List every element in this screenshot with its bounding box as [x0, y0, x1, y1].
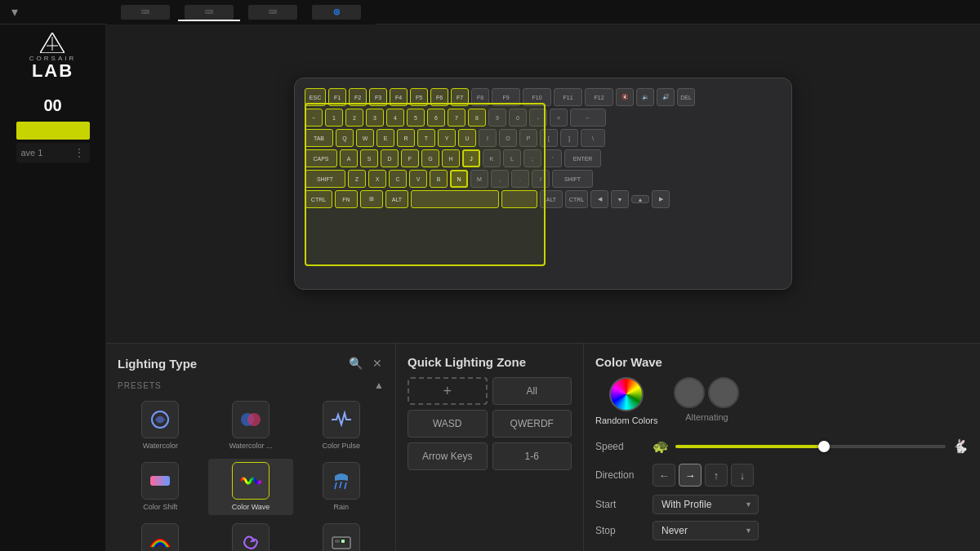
key-f10[interactable]: F10	[523, 88, 551, 106]
key-4[interactable]: 4	[386, 109, 404, 127]
key-space[interactable]	[411, 190, 499, 208]
speed-slider-thumb[interactable]	[818, 441, 830, 452]
key-m[interactable]: M	[470, 170, 488, 188]
start-dropdown[interactable]: With Profile Never Always	[653, 495, 759, 514]
key-f9[interactable]: F9	[492, 88, 520, 106]
key-semicolon[interactable]: ;	[523, 149, 541, 167]
color-option-alternating[interactable]: Alternating	[674, 377, 739, 425]
key-f12[interactable]: F12	[585, 88, 613, 106]
key-p[interactable]: P	[519, 129, 537, 147]
key-f5[interactable]: F5	[410, 88, 428, 106]
key-f3[interactable]: F3	[369, 88, 387, 106]
key-alt-r[interactable]: ALT	[540, 190, 563, 208]
key-a[interactable]: A	[340, 149, 358, 167]
key-v[interactable]: V	[409, 170, 427, 188]
speed-slider-track[interactable]	[675, 445, 946, 448]
device-tab-1[interactable]: ⌨	[114, 3, 176, 21]
key-9[interactable]: 9	[488, 109, 506, 127]
presets-collapse-btn[interactable]: ▲	[374, 380, 384, 391]
device-tab-2[interactable]: ⌨	[178, 3, 240, 21]
key-backslash[interactable]: \	[581, 129, 605, 147]
key-0[interactable]: 0	[509, 109, 527, 127]
key-j[interactable]: J	[462, 149, 480, 167]
key-nav1[interactable]: ▼	[611, 190, 629, 208]
key-b[interactable]: B	[430, 170, 448, 188]
key-d[interactable]: D	[381, 149, 399, 167]
key-bracket-r[interactable]: ]	[560, 129, 578, 147]
key-n[interactable]: N	[450, 170, 468, 188]
key-vol-up[interactable]: 🔊	[657, 88, 675, 106]
key-6[interactable]: 6	[427, 109, 445, 127]
key-up[interactable]: ▲	[631, 195, 649, 203]
key-w[interactable]: W	[356, 129, 374, 147]
key-f1[interactable]: F1	[328, 88, 346, 106]
key-del[interactable]: DEL	[677, 88, 695, 106]
key-alt-l[interactable]: ALT	[385, 190, 408, 208]
key-bracket-l[interactable]: [	[540, 129, 558, 147]
preset-watercolor2[interactable]: Watercolor ...	[208, 398, 294, 454]
key-comma[interactable]: ,	[491, 170, 509, 188]
key-u[interactable]: U	[458, 129, 476, 147]
lighting-close-btn[interactable]: ✕	[371, 355, 384, 371]
sidebar-profile-item[interactable]: ave 1 ⋮	[16, 143, 90, 162]
key-minus[interactable]: -	[529, 109, 547, 127]
key-quote[interactable]: '	[544, 149, 562, 167]
device-tab-3[interactable]: ⌨	[242, 3, 304, 21]
preset-type-lighting[interactable]: Type Lighting	[298, 520, 384, 551]
dir-left-btn[interactable]: ←	[653, 464, 675, 487]
dir-down-btn[interactable]: ↓	[731, 464, 754, 487]
preset-color-pulse[interactable]: Color Pulse	[298, 398, 384, 454]
key-slash[interactable]: /	[532, 170, 550, 188]
key-z[interactable]: Z	[348, 170, 366, 188]
preset-color-wave[interactable]: Color Wave	[208, 459, 294, 515]
key-enter[interactable]: ENTER	[564, 149, 601, 167]
key-shift-r[interactable]: SHIFT	[552, 170, 593, 188]
key-f4[interactable]: F4	[390, 88, 408, 106]
key-f[interactable]: F	[401, 149, 419, 167]
key-vol-ctrl[interactable]: ◀	[590, 190, 608, 208]
key-3[interactable]: 3	[366, 109, 384, 127]
key-x[interactable]: X	[368, 170, 386, 188]
dir-up-btn[interactable]: ↑	[705, 464, 728, 487]
key-tab[interactable]: TAB	[305, 129, 333, 147]
key-shift-l[interactable]: SHIFT	[305, 170, 345, 188]
key-e[interactable]: E	[376, 129, 394, 147]
key-7[interactable]: 7	[448, 109, 466, 127]
key-tilde[interactable]: ~	[305, 109, 323, 127]
key-backspace[interactable]: ←	[570, 109, 606, 127]
key-caps[interactable]: CAPS	[305, 149, 337, 167]
sidebar-profile-menu[interactable]: ⋮	[74, 146, 85, 159]
key-f2[interactable]: F2	[349, 88, 367, 106]
key-i[interactable]: I	[479, 129, 497, 147]
key-q[interactable]: Q	[336, 129, 354, 147]
key-l[interactable]: L	[503, 149, 521, 167]
stop-dropdown[interactable]: Never Always With Profile	[653, 521, 759, 540]
device-tab-4[interactable]: 🌀	[305, 3, 368, 21]
preset-color-shift[interactable]: Color Shift	[118, 459, 203, 515]
preset-rain[interactable]: Rain	[298, 459, 384, 515]
key-5[interactable]: 5	[407, 109, 425, 127]
dir-right-btn[interactable]: →	[679, 464, 702, 487]
key-f8[interactable]: F8	[471, 88, 489, 106]
key-fn[interactable]: FN	[335, 190, 358, 208]
key-h[interactable]: H	[442, 149, 460, 167]
key-o[interactable]: O	[499, 129, 517, 147]
zone-all-btn[interactable]: All	[492, 377, 572, 405]
key-2[interactable]: 2	[345, 109, 363, 127]
zone-qwerdf-btn[interactable]: QWERDF	[492, 410, 572, 438]
key-k[interactable]: K	[483, 149, 501, 167]
key-esc[interactable]: ESC	[305, 88, 326, 106]
zone-arrow-keys-btn[interactable]: Arrow Keys	[408, 442, 488, 470]
key-vol-down[interactable]: 🔉	[636, 88, 654, 106]
lighting-search-btn[interactable]: 🔍	[347, 355, 364, 371]
color-option-random[interactable]: Random Colors	[595, 377, 657, 425]
preset-rainbow-w[interactable]: Rainbow W...	[118, 520, 203, 551]
key-y[interactable]: Y	[438, 129, 456, 147]
key-f11[interactable]: F11	[554, 88, 582, 106]
key-f7[interactable]: F7	[451, 88, 469, 106]
key-r[interactable]: R	[397, 129, 415, 147]
key-equals[interactable]: =	[550, 109, 568, 127]
key-nav3[interactable]: ▶	[652, 190, 670, 208]
top-dropdown[interactable]: ▾	[8, 2, 21, 21]
key-t[interactable]: T	[417, 129, 435, 147]
